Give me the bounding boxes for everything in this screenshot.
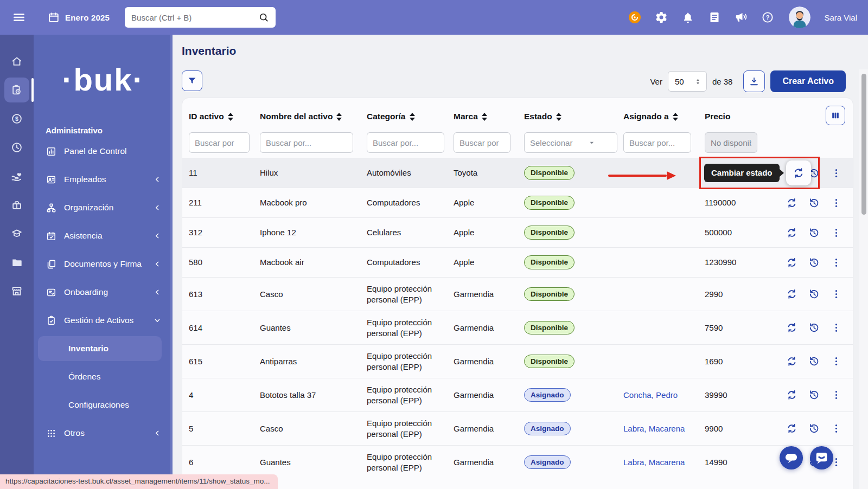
assigned-person-link[interactable]: Labra, Macarena bbox=[623, 424, 685, 433]
buk-logo: ·buk· bbox=[34, 44, 173, 115]
sort-icon[interactable] bbox=[556, 113, 561, 121]
scrollbar-track[interactable] bbox=[859, 69, 868, 489]
column-header[interactable]: Asignado a bbox=[623, 112, 705, 121]
sidebar-item-onboarding[interactable]: Onboarding bbox=[34, 278, 173, 306]
column-header[interactable]: ID activo bbox=[189, 112, 260, 121]
store-icon bbox=[11, 285, 23, 297]
cell-price: 14990 bbox=[705, 457, 781, 468]
cell-brand: Apple bbox=[454, 197, 524, 208]
download-button[interactable] bbox=[743, 70, 765, 92]
notes-icon[interactable] bbox=[708, 11, 721, 24]
files-icon bbox=[11, 256, 23, 268]
cell-status: Disponible bbox=[524, 226, 623, 240]
change-status-icon[interactable] bbox=[786, 257, 797, 268]
rail-item-payments[interactable]: $ bbox=[4, 106, 29, 131]
rail-item-home[interactable] bbox=[4, 49, 29, 74]
change-status-icon[interactable] bbox=[786, 322, 797, 333]
cell-assigned-to: Concha, Pedro bbox=[623, 390, 705, 401]
history-icon[interactable] bbox=[808, 288, 820, 300]
help-icon[interactable]: ? bbox=[761, 11, 774, 24]
history-icon[interactable] bbox=[808, 423, 820, 434]
status-badge: Asignado bbox=[524, 455, 571, 469]
history-icon[interactable] bbox=[808, 322, 820, 333]
filter-input[interactable] bbox=[454, 132, 510, 153]
change-status-icon[interactable] bbox=[786, 227, 797, 239]
megaphone-icon[interactable] bbox=[735, 11, 748, 24]
chat-bubble-icon[interactable] bbox=[778, 445, 804, 471]
bell-icon[interactable] bbox=[681, 11, 694, 24]
sidebar-item-organizacion[interactable]: Organización bbox=[34, 194, 173, 222]
sidebar-icon-rail: $ bbox=[0, 35, 34, 489]
filter-button[interactable] bbox=[182, 70, 202, 91]
kebab-menu-icon[interactable] bbox=[831, 389, 842, 401]
kebab-menu-icon[interactable] bbox=[831, 288, 842, 300]
sidebar-subitem-ordenes[interactable]: Órdenes bbox=[34, 363, 173, 391]
history-icon[interactable] bbox=[808, 356, 820, 367]
hamburger-icon[interactable] bbox=[12, 10, 26, 24]
sidebar-item-otros[interactable]: Otros bbox=[34, 419, 173, 447]
sort-icon[interactable] bbox=[410, 113, 415, 121]
sidebar-item-asistencia[interactable]: Asistencia bbox=[34, 222, 173, 250]
rail-item-time[interactable] bbox=[4, 135, 29, 160]
change-status-button[interactable] bbox=[786, 160, 811, 185]
period-selector[interactable]: Enero 2025 bbox=[48, 11, 110, 23]
sidebar-item-empleados[interactable]: Empleados bbox=[34, 165, 173, 194]
kebab-menu-icon[interactable] bbox=[831, 257, 842, 268]
column-settings-button[interactable] bbox=[826, 106, 845, 125]
gear-icon[interactable] bbox=[655, 11, 668, 24]
rail-item-store[interactable] bbox=[4, 279, 29, 304]
kebab-menu-icon[interactable] bbox=[831, 423, 842, 434]
kebab-menu-icon[interactable] bbox=[831, 227, 842, 239]
history-icon[interactable] bbox=[808, 227, 820, 239]
change-status-icon[interactable] bbox=[786, 389, 797, 401]
kebab-menu-icon[interactable] bbox=[831, 322, 842, 333]
sort-icon[interactable] bbox=[336, 113, 342, 121]
filter-input[interactable] bbox=[623, 132, 691, 153]
change-status-icon[interactable] bbox=[786, 288, 797, 300]
column-header[interactable]: Nombre del activo bbox=[260, 112, 367, 121]
assigned-person-link[interactable]: Concha, Pedro bbox=[623, 390, 678, 400]
rail-item-learning[interactable] bbox=[4, 221, 29, 246]
history-icon[interactable] bbox=[808, 257, 820, 268]
history-icon[interactable] bbox=[808, 197, 820, 209]
sidebar-panel: ·buk· Administrativo Panel de ControlEmp… bbox=[34, 35, 173, 489]
sort-icon[interactable] bbox=[228, 113, 233, 121]
search-input[interactable] bbox=[131, 13, 258, 22]
rail-item-gift[interactable] bbox=[4, 192, 29, 217]
create-asset-button[interactable]: Crear Activo bbox=[770, 70, 846, 92]
status-badge: Disponible bbox=[524, 355, 575, 369]
avatar[interactable] bbox=[789, 7, 810, 28]
change-status-icon[interactable] bbox=[786, 197, 797, 209]
sidebar-item-documentos-y-firma[interactable]: Documentos y Firma bbox=[34, 250, 173, 278]
select-placeholder: Seleccionar bbox=[530, 138, 572, 147]
column-header[interactable]: Estado bbox=[524, 112, 623, 121]
column-header: Precio bbox=[705, 112, 781, 121]
global-search[interactable] bbox=[125, 7, 276, 28]
rail-item-files[interactable] bbox=[4, 250, 29, 275]
sort-icon[interactable] bbox=[482, 113, 487, 121]
rail-item-asset-clipboard[interactable] bbox=[4, 78, 29, 102]
filter-input[interactable] bbox=[260, 132, 353, 153]
kebab-menu-icon[interactable] bbox=[831, 356, 842, 367]
history-icon[interactable] bbox=[808, 389, 820, 401]
column-header[interactable]: Categoría bbox=[367, 112, 454, 121]
sidebar-subitem-configuraciones[interactable]: Configuraciones bbox=[34, 391, 173, 419]
sidebar-item-panel-de-control[interactable]: Panel de Control bbox=[34, 137, 173, 165]
page-size-select[interactable]: 50 bbox=[668, 71, 707, 92]
messenger-icon[interactable] bbox=[809, 445, 834, 471]
kebab-menu-icon[interactable] bbox=[831, 168, 842, 179]
change-status-icon[interactable] bbox=[786, 356, 797, 367]
column-header[interactable]: Marca bbox=[454, 112, 524, 121]
assigned-person-link[interactable]: Labra, Macarena bbox=[623, 458, 685, 467]
rail-item-benefits[interactable] bbox=[4, 164, 29, 189]
sort-icon[interactable] bbox=[673, 113, 678, 121]
filter-input[interactable] bbox=[367, 132, 444, 153]
filter-input[interactable] bbox=[189, 132, 250, 153]
change-status-icon[interactable] bbox=[786, 423, 797, 434]
sidebar-subitem-inventario[interactable]: Inventario bbox=[38, 336, 162, 361]
sidebar-item-gestion-de-activos[interactable]: Gestión de Activos bbox=[34, 306, 173, 334]
status-filter-select[interactable]: Seleccionar bbox=[524, 132, 617, 153]
scrollbar-thumb[interactable] bbox=[861, 74, 866, 215]
intercom-icon[interactable] bbox=[628, 11, 641, 24]
kebab-menu-icon[interactable] bbox=[831, 197, 842, 209]
